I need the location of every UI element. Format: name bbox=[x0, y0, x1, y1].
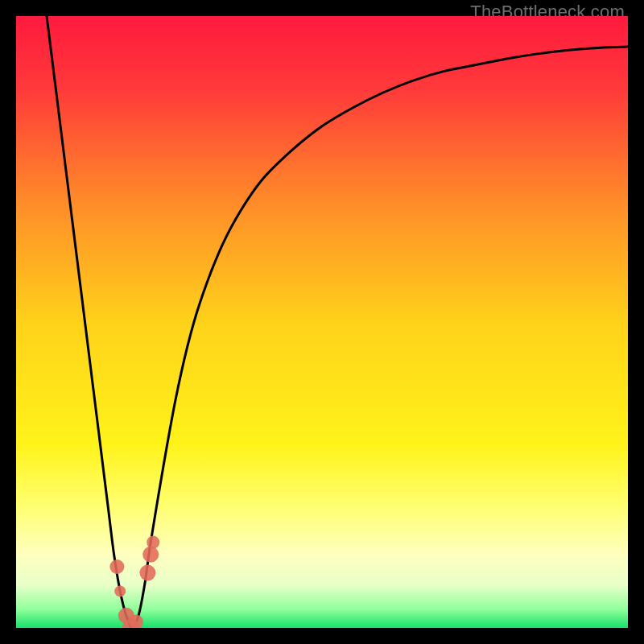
data-point bbox=[139, 565, 155, 581]
chart-frame bbox=[16, 16, 628, 628]
data-point bbox=[114, 585, 126, 597]
data-point bbox=[109, 559, 124, 574]
data-point bbox=[142, 547, 159, 563]
data-point bbox=[147, 536, 159, 549]
bottleneck-chart bbox=[16, 16, 628, 628]
gradient-background bbox=[16, 16, 628, 628]
